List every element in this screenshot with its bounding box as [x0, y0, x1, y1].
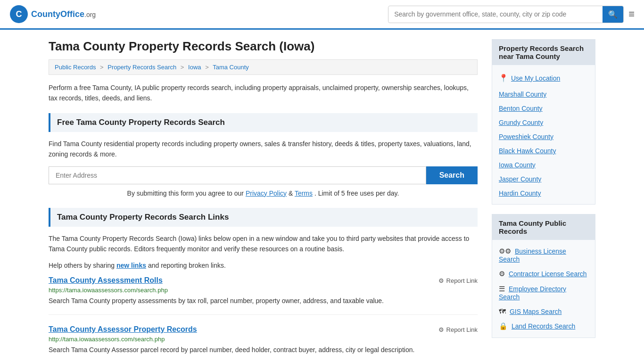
main-content: Tama County Property Records Search (Iow…	[49, 39, 478, 362]
use-my-location-item[interactable]: 📍 Use My Location	[492, 69, 595, 87]
header-search-area: 🔍 ≡	[388, 6, 635, 23]
nearby-county-link[interactable]: Jasper County	[499, 175, 541, 183]
resource-header: Tama County Assessor Property Records ⚙ …	[49, 325, 478, 334]
sidebar: Property Records Search near Tama County…	[492, 39, 595, 362]
links-heading: Tama County Property Records Search Link…	[49, 208, 478, 227]
main-layout: Tama County Property Records Search (Iow…	[39, 30, 605, 362]
public-records-item: ☰ Employee Directory Search	[492, 281, 595, 304]
nearby-county-item: Grundy County	[492, 115, 595, 130]
resource-header: Tama County Assessment Rolls ⚙ Report Li…	[49, 276, 478, 285]
breadcrumb-public-records[interactable]: Public Records	[55, 64, 96, 71]
nearby-county-item: Jasper County	[492, 172, 595, 186]
breadcrumb-sep-2: >	[181, 64, 184, 71]
nearby-county-link[interactable]: Poweshiek County	[499, 133, 553, 140]
breadcrumb: Public Records > Property Records Search…	[49, 59, 478, 75]
resource-title[interactable]: Tama County Assessor Property Records	[49, 325, 197, 334]
links-help-text: Help others by sharing new links and rep…	[49, 260, 478, 271]
free-search-heading: Free Tama County Property Records Search	[49, 113, 478, 132]
resource-description: Search Tama County property assessments …	[49, 296, 478, 306]
nearby-box: Property Records Search near Tama County…	[492, 39, 595, 205]
land-icon: 🔒	[499, 322, 508, 330]
new-links-link[interactable]: new links	[116, 262, 146, 269]
resource-url: http://tama.iowaassessors.com/search.php	[49, 336, 478, 343]
use-my-location-link[interactable]: Use My Location	[511, 74, 560, 82]
public-records-item: ⚙⚙ Business License Search	[492, 244, 595, 266]
global-search-button[interactable]: 🔍	[603, 6, 623, 23]
business-icon: ⚙⚙	[499, 247, 511, 255]
public-records-item: 🔒 Land Records Search	[492, 319, 595, 334]
logo-text: CountyOffice.org	[31, 9, 96, 19]
location-icon: 📍	[499, 74, 508, 82]
resource-description: Search Tama County Assessor parcel recor…	[49, 345, 478, 355]
address-input[interactable]	[49, 166, 426, 184]
public-records-list: ⚙⚙ Business License Search ⚙ Contractor …	[492, 240, 595, 337]
links-section: Tama County Property Records Search Link…	[49, 208, 478, 362]
privacy-policy-link[interactable]: Privacy Policy	[246, 189, 287, 197]
nearby-county-item: Marshall County	[492, 87, 595, 101]
resource-url: https://tama.iowaassessors.com/search.ph…	[49, 287, 478, 294]
nearby-county-link[interactable]: Hardin County	[499, 189, 541, 197]
global-search-input[interactable]	[388, 7, 603, 22]
terms-link[interactable]: Terms	[295, 189, 313, 197]
report-link-button[interactable]: ⚙ Report Link	[438, 326, 478, 333]
logo-icon: C	[9, 5, 28, 24]
employee-directory-link[interactable]: Employee Directory Search	[499, 285, 566, 301]
breadcrumb-tama-county[interactable]: Tama County	[213, 64, 249, 71]
nearby-county-item: Poweshiek County	[492, 130, 595, 144]
address-search-button[interactable]: Search	[426, 166, 478, 184]
breadcrumb-iowa[interactable]: Iowa	[188, 64, 201, 71]
breadcrumb-sep-3: >	[205, 64, 209, 71]
svg-text:C: C	[16, 9, 22, 19]
nearby-county-link[interactable]: Grundy County	[499, 119, 543, 126]
logo[interactable]: C CountyOffice.org	[9, 5, 96, 24]
site-header: C CountyOffice.org 🔍 ≡	[0, 0, 644, 30]
gis-icon: 🗺	[499, 307, 506, 315]
links-description: The Tama County Property Records Search …	[49, 233, 478, 255]
form-note: By submitting this form you agree to our…	[49, 188, 478, 198]
resource-title[interactable]: Tama County Assessment Rolls	[49, 276, 163, 285]
public-records-item: ⚙ Contractor License Search	[492, 266, 595, 281]
report-link-icon: ⚙	[438, 326, 444, 333]
free-search-section: Free Tama County Property Records Search…	[49, 113, 478, 198]
nearby-county-link[interactable]: Iowa County	[499, 161, 536, 169]
nearby-box-title: Property Records Search near Tama County	[492, 40, 595, 65]
nearby-county-link[interactable]: Black Hawk County	[499, 147, 556, 155]
resource-item: Tama County Assessor Property Records ⚙ …	[49, 325, 478, 362]
free-search-description: Find Tama County residential property re…	[49, 139, 478, 160]
breadcrumb-property-records-search[interactable]: Property Records Search	[107, 64, 176, 71]
nearby-county-item: Benton County	[492, 101, 595, 115]
contractor-license-link[interactable]: Contractor License Search	[509, 270, 587, 278]
nearby-county-item: Iowa County	[492, 158, 595, 172]
employee-icon: ☰	[499, 285, 505, 293]
nearby-county-link[interactable]: Benton County	[499, 105, 543, 112]
public-records-box: Tama County Public Records ⚙⚙ Business L…	[492, 214, 595, 338]
nearby-county-link[interactable]: Marshall County	[499, 90, 546, 98]
land-records-link[interactable]: Land Records Search	[512, 322, 575, 330]
contractor-icon: ⚙	[499, 270, 505, 278]
hamburger-menu-button[interactable]: ≡	[628, 9, 635, 19]
report-link-button[interactable]: ⚙ Report Link	[438, 277, 478, 284]
nearby-box-list: 📍 Use My Location Marshall County Benton…	[492, 65, 595, 204]
public-records-title: Tama County Public Records	[492, 214, 595, 240]
breadcrumb-sep-1: >	[100, 64, 104, 71]
report-link-icon: ⚙	[438, 277, 444, 284]
gis-maps-link[interactable]: GIS Maps Search	[510, 308, 562, 315]
public-records-item: 🗺 GIS Maps Search	[492, 304, 595, 319]
address-search-form: Search	[49, 166, 478, 184]
global-search-bar: 🔍	[388, 6, 624, 23]
page-description: Perform a free Tama County, IA public pr…	[49, 82, 478, 104]
nearby-county-item: Hardin County	[492, 186, 595, 200]
nearby-county-item: Black Hawk County	[492, 144, 595, 158]
resource-item: Tama County Assessment Rolls ⚙ Report Li…	[49, 276, 478, 315]
page-title: Tama County Property Records Search (Iow…	[49, 39, 478, 54]
